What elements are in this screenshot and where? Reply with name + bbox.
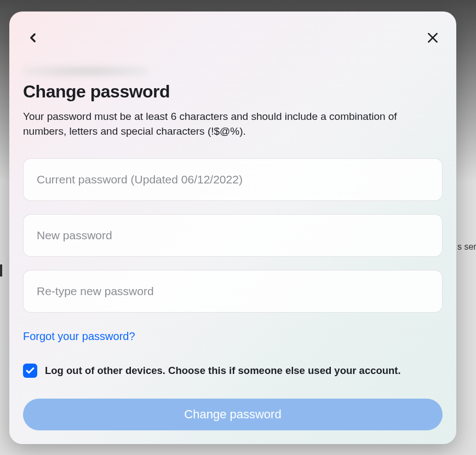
new-password-input[interactable] (23, 214, 443, 257)
change-password-modal: Change password Your password must be at… (9, 11, 456, 444)
backdrop-text: y (0, 264, 2, 277)
redacted-label (23, 65, 149, 77)
close-icon (426, 31, 440, 45)
change-password-button[interactable]: Change password (23, 399, 443, 430)
close-button[interactable] (423, 28, 443, 48)
modal-title: Change password (23, 82, 443, 102)
modal-header (23, 27, 443, 49)
current-password-input[interactable] (23, 158, 443, 201)
retype-password-input[interactable] (23, 270, 443, 313)
back-button[interactable] (23, 28, 43, 48)
chevron-left-icon (26, 31, 40, 45)
modal-description: Your password must be at least 6 charact… (23, 110, 443, 139)
backdrop-text: s ser (457, 242, 476, 252)
logout-other-devices-row: Log out of other devices. Choose this if… (23, 364, 443, 378)
logout-other-devices-checkbox[interactable] (23, 364, 37, 378)
logout-other-devices-label[interactable]: Log out of other devices. Choose this if… (45, 365, 401, 377)
check-icon (25, 366, 35, 376)
forgot-password-link[interactable]: Forgot your password? (23, 330, 135, 343)
